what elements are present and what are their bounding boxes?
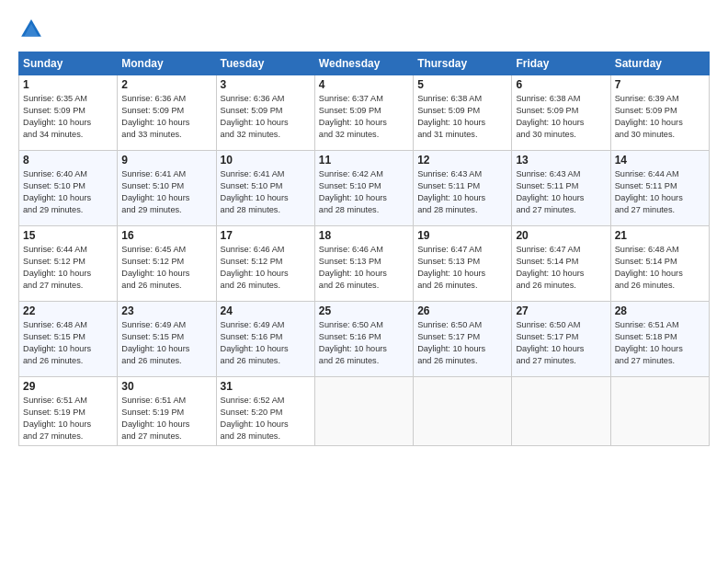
calendar-cell: 16 Sunrise: 6:45 AM Sunset: 5:12 PM Dayl… [118,226,216,302]
calendar-cell: 29 Sunrise: 6:51 AM Sunset: 5:19 PM Dayl… [19,377,118,446]
day-number: 26 [417,304,507,317]
calendar-cell [610,377,709,446]
calendar-page: SundayMondayTuesdayWednesdayThursdayFrid… [0,0,728,563]
calendar-cell: 17 Sunrise: 6:46 AM Sunset: 5:12 PM Dayl… [216,226,314,302]
calendar-cell: 4 Sunrise: 6:37 AM Sunset: 5:09 PM Dayli… [314,75,413,151]
calendar-week-3: 15 Sunrise: 6:44 AM Sunset: 5:12 PM Dayl… [19,226,710,302]
calendar-cell: 21 Sunrise: 6:48 AM Sunset: 5:14 PM Dayl… [610,226,709,302]
day-info: Sunrise: 6:37 AM Sunset: 5:09 PM Dayligh… [319,93,409,141]
page-header [18,17,710,42]
day-number: 5 [417,78,507,91]
calendar-cell: 19 Sunrise: 6:47 AM Sunset: 5:13 PM Dayl… [414,226,512,302]
day-number: 14 [615,154,705,167]
logo-icon [18,17,44,42]
day-info: Sunrise: 6:46 AM Sunset: 5:13 PM Dayligh… [319,244,409,292]
day-info: Sunrise: 6:41 AM Sunset: 5:10 PM Dayligh… [221,168,311,216]
day-info: Sunrise: 6:46 AM Sunset: 5:12 PM Dayligh… [221,244,311,292]
day-number: 6 [516,78,606,91]
day-info: Sunrise: 6:49 AM Sunset: 5:15 PM Dayligh… [121,319,211,367]
day-number: 25 [319,304,409,317]
day-number: 12 [417,154,507,167]
calendar-cell [414,377,512,446]
day-info: Sunrise: 6:50 AM Sunset: 5:17 PM Dayligh… [417,319,507,367]
day-info: Sunrise: 6:42 AM Sunset: 5:10 PM Dayligh… [319,168,409,216]
day-number: 10 [221,154,311,167]
day-info: Sunrise: 6:43 AM Sunset: 5:11 PM Dayligh… [516,168,606,216]
logo [18,17,50,42]
day-info: Sunrise: 6:36 AM Sunset: 5:09 PM Dayligh… [121,93,211,141]
day-number: 11 [319,154,409,167]
weekday-wednesday: Wednesday [314,52,413,75]
day-number: 9 [121,154,211,167]
calendar-cell: 22 Sunrise: 6:48 AM Sunset: 5:15 PM Dayl… [19,302,118,377]
calendar-cell: 13 Sunrise: 6:43 AM Sunset: 5:11 PM Dayl… [512,151,610,226]
calendar-cell: 7 Sunrise: 6:39 AM Sunset: 5:09 PM Dayli… [610,75,709,151]
day-number: 4 [319,78,409,91]
calendar-cell: 24 Sunrise: 6:49 AM Sunset: 5:16 PM Dayl… [216,302,314,377]
day-info: Sunrise: 6:44 AM Sunset: 5:12 PM Dayligh… [23,244,113,292]
calendar-cell: 3 Sunrise: 6:36 AM Sunset: 5:09 PM Dayli… [216,75,314,151]
day-info: Sunrise: 6:49 AM Sunset: 5:16 PM Dayligh… [221,319,311,367]
weekday-saturday: Saturday [610,52,709,75]
calendar-cell: 8 Sunrise: 6:40 AM Sunset: 5:10 PM Dayli… [19,151,118,226]
day-number: 2 [121,78,211,91]
day-info: Sunrise: 6:38 AM Sunset: 5:09 PM Dayligh… [417,93,507,141]
day-number: 13 [516,154,606,167]
day-number: 17 [221,229,311,242]
day-number: 15 [23,229,113,242]
day-info: Sunrise: 6:40 AM Sunset: 5:10 PM Dayligh… [23,168,113,216]
day-info: Sunrise: 6:48 AM Sunset: 5:15 PM Dayligh… [23,319,113,367]
day-info: Sunrise: 6:44 AM Sunset: 5:11 PM Dayligh… [615,168,705,216]
calendar-cell: 5 Sunrise: 6:38 AM Sunset: 5:09 PM Dayli… [414,75,512,151]
day-number: 30 [121,380,211,393]
day-info: Sunrise: 6:47 AM Sunset: 5:13 PM Dayligh… [417,244,507,292]
weekday-sunday: Sunday [19,52,118,75]
calendar-cell: 15 Sunrise: 6:44 AM Sunset: 5:12 PM Dayl… [19,226,118,302]
day-number: 24 [221,304,311,317]
calendar-cell: 30 Sunrise: 6:51 AM Sunset: 5:19 PM Dayl… [118,377,216,446]
calendar-cell: 2 Sunrise: 6:36 AM Sunset: 5:09 PM Dayli… [118,75,216,151]
calendar-week-5: 29 Sunrise: 6:51 AM Sunset: 5:19 PM Dayl… [19,377,710,446]
calendar-cell: 27 Sunrise: 6:50 AM Sunset: 5:17 PM Dayl… [512,302,610,377]
calendar-cell [512,377,610,446]
day-number: 29 [23,380,113,393]
day-info: Sunrise: 6:45 AM Sunset: 5:12 PM Dayligh… [121,244,211,292]
calendar-cell: 9 Sunrise: 6:41 AM Sunset: 5:10 PM Dayli… [118,151,216,226]
calendar-week-2: 8 Sunrise: 6:40 AM Sunset: 5:10 PM Dayli… [19,151,710,226]
day-number: 3 [221,78,311,91]
calendar-cell: 20 Sunrise: 6:47 AM Sunset: 5:14 PM Dayl… [512,226,610,302]
day-info: Sunrise: 6:41 AM Sunset: 5:10 PM Dayligh… [121,168,211,216]
calendar-cell: 12 Sunrise: 6:43 AM Sunset: 5:11 PM Dayl… [414,151,512,226]
weekday-tuesday: Tuesday [216,52,314,75]
weekday-friday: Friday [512,52,610,75]
calendar-cell: 25 Sunrise: 6:50 AM Sunset: 5:16 PM Dayl… [314,302,413,377]
day-info: Sunrise: 6:47 AM Sunset: 5:14 PM Dayligh… [516,244,606,292]
calendar-cell: 14 Sunrise: 6:44 AM Sunset: 5:11 PM Dayl… [610,151,709,226]
day-info: Sunrise: 6:39 AM Sunset: 5:09 PM Dayligh… [615,93,705,141]
calendar-cell [314,377,413,446]
day-number: 21 [615,229,705,242]
calendar-cell: 28 Sunrise: 6:51 AM Sunset: 5:18 PM Dayl… [610,302,709,377]
day-info: Sunrise: 6:35 AM Sunset: 5:09 PM Dayligh… [23,93,113,141]
day-number: 16 [121,229,211,242]
day-number: 27 [516,304,606,317]
day-number: 23 [121,304,211,317]
day-number: 19 [417,229,507,242]
day-number: 18 [319,229,409,242]
day-info: Sunrise: 6:51 AM Sunset: 5:19 PM Dayligh… [121,395,211,442]
day-info: Sunrise: 6:43 AM Sunset: 5:11 PM Dayligh… [417,168,507,216]
calendar-week-1: 1 Sunrise: 6:35 AM Sunset: 5:09 PM Dayli… [19,75,710,151]
calendar-table: SundayMondayTuesdayWednesdayThursdayFrid… [18,52,710,446]
day-info: Sunrise: 6:52 AM Sunset: 5:20 PM Dayligh… [221,395,311,442]
day-number: 31 [221,380,311,393]
day-number: 22 [23,304,113,317]
weekday-header-row: SundayMondayTuesdayWednesdayThursdayFrid… [19,52,710,75]
calendar-cell: 26 Sunrise: 6:50 AM Sunset: 5:17 PM Dayl… [414,302,512,377]
day-number: 8 [23,154,113,167]
day-info: Sunrise: 6:50 AM Sunset: 5:16 PM Dayligh… [319,319,409,367]
weekday-thursday: Thursday [414,52,512,75]
day-info: Sunrise: 6:38 AM Sunset: 5:09 PM Dayligh… [516,93,606,141]
calendar-cell: 18 Sunrise: 6:46 AM Sunset: 5:13 PM Dayl… [314,226,413,302]
weekday-monday: Monday [118,52,216,75]
calendar-cell: 23 Sunrise: 6:49 AM Sunset: 5:15 PM Dayl… [118,302,216,377]
